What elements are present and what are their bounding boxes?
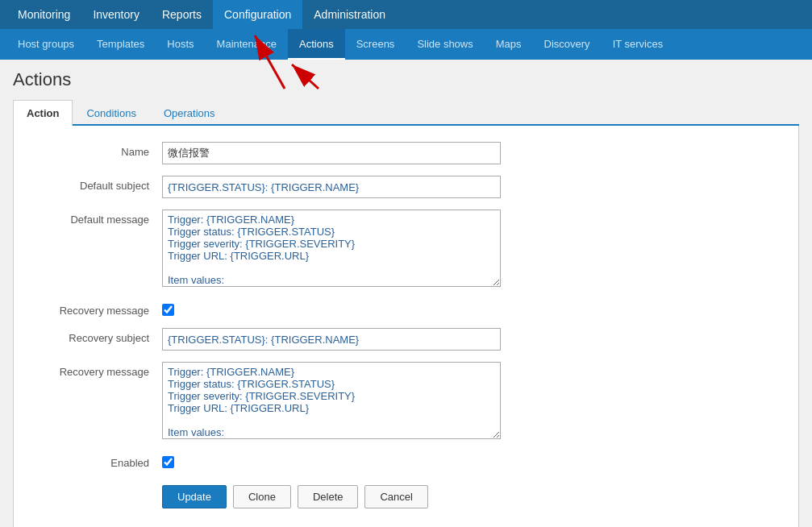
recovery-subject-field-wrapper bbox=[162, 328, 501, 351]
recovery-message-text-label: Recovery message bbox=[33, 362, 162, 378]
recovery-message-checkbox-wrapper bbox=[162, 301, 501, 316]
tab-bar: Action Conditions Operations bbox=[13, 100, 799, 126]
recovery-message-label: Recovery message bbox=[33, 301, 162, 317]
nav-monitoring[interactable]: Monitoring bbox=[6, 0, 81, 29]
subnav-actions[interactable]: Actions bbox=[288, 29, 345, 60]
default-subject-row: Default subject bbox=[33, 176, 779, 198]
action-form: Name Default subject Default message Tri… bbox=[13, 126, 799, 527]
cancel-button[interactable]: Cancel bbox=[364, 485, 427, 508]
clone-button[interactable]: Clone bbox=[233, 485, 291, 508]
recovery-message-row: Recovery message bbox=[33, 301, 779, 317]
recovery-subject-label: Recovery subject bbox=[33, 328, 162, 344]
nav-reports[interactable]: Reports bbox=[151, 0, 213, 29]
name-input[interactable] bbox=[162, 142, 501, 164]
enabled-label: Enabled bbox=[33, 453, 162, 469]
recovery-message-text-wrapper: Trigger: {TRIGGER.NAME} Trigger status: … bbox=[162, 362, 501, 442]
enabled-checkbox[interactable] bbox=[162, 456, 174, 468]
recovery-message-text-row: Recovery message Trigger: {TRIGGER.NAME}… bbox=[33, 362, 779, 442]
subnav-slideshows[interactable]: Slide shows bbox=[406, 29, 484, 60]
nav-configuration[interactable]: Configuration bbox=[213, 0, 302, 29]
default-message-label: Default message bbox=[33, 210, 162, 226]
page-content: Actions Action Conditions Operations Nam… bbox=[0, 60, 812, 527]
name-row: Name bbox=[33, 142, 779, 164]
default-subject-label: Default subject bbox=[33, 176, 162, 192]
subnav-hosts[interactable]: Hosts bbox=[156, 29, 205, 60]
recovery-subject-input[interactable] bbox=[162, 328, 501, 351]
recovery-message-textarea[interactable]: Trigger: {TRIGGER.NAME} Trigger status: … bbox=[162, 362, 501, 439]
default-message-textarea[interactable]: Trigger: {TRIGGER.NAME} Trigger status: … bbox=[162, 210, 501, 287]
sub-navigation: Host groups Templates Hosts Maintenance … bbox=[0, 29, 812, 60]
subnav-hostgroups[interactable]: Host groups bbox=[6, 29, 85, 60]
delete-button[interactable]: Delete bbox=[298, 485, 359, 508]
enabled-checkbox-wrapper bbox=[162, 453, 501, 468]
recovery-message-checkbox[interactable] bbox=[162, 304, 174, 316]
top-navigation: Monitoring Inventory Reports Configurati… bbox=[0, 0, 812, 29]
subnav-maintenance[interactable]: Maintenance bbox=[206, 29, 288, 60]
subnav-maps[interactable]: Maps bbox=[485, 29, 533, 60]
subnav-itservices[interactable]: IT services bbox=[602, 29, 675, 60]
default-subject-input[interactable] bbox=[162, 176, 501, 198]
nav-inventory[interactable]: Inventory bbox=[81, 0, 151, 29]
default-message-field-wrapper: Trigger: {TRIGGER.NAME} Trigger status: … bbox=[162, 210, 501, 289]
subnav-discovery[interactable]: Discovery bbox=[533, 29, 602, 60]
name-field-wrapper bbox=[162, 142, 501, 164]
page-title: Actions bbox=[13, 69, 799, 90]
update-button[interactable]: Update bbox=[162, 485, 227, 508]
tab-operations[interactable]: Operations bbox=[150, 100, 229, 126]
default-message-row: Default message Trigger: {TRIGGER.NAME} … bbox=[33, 210, 779, 289]
name-label: Name bbox=[33, 142, 162, 158]
button-row: Update Clone Delete Cancel bbox=[33, 485, 779, 508]
tab-action[interactable]: Action bbox=[13, 100, 73, 126]
subnav-templates[interactable]: Templates bbox=[85, 29, 156, 60]
enabled-row: Enabled bbox=[33, 453, 779, 469]
default-subject-field-wrapper bbox=[162, 176, 501, 198]
subnav-screens[interactable]: Screens bbox=[345, 29, 406, 60]
nav-administration[interactable]: Administration bbox=[302, 0, 397, 29]
tab-conditions[interactable]: Conditions bbox=[73, 100, 149, 126]
recovery-subject-row: Recovery subject bbox=[33, 328, 779, 351]
